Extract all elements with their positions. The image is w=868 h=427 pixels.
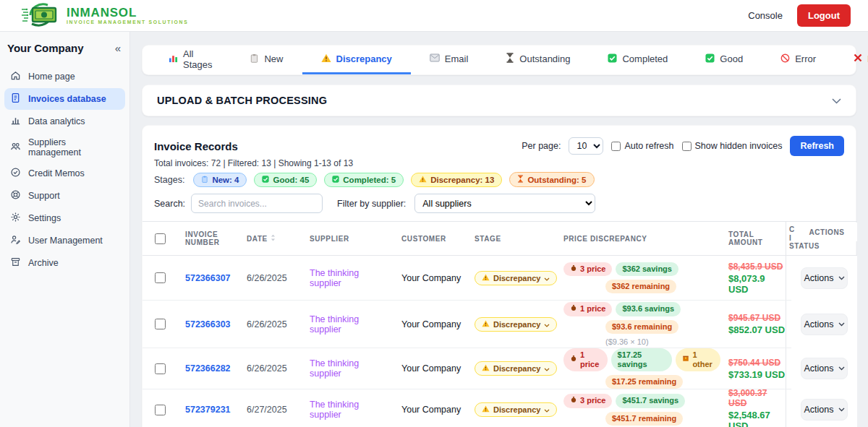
- filter-supplier-label: Filter by supplier:: [337, 199, 406, 209]
- sidebar-item-invoices-database[interactable]: Invoices database: [4, 88, 125, 110]
- support-icon: [10, 189, 21, 202]
- clipboard-icon: [201, 176, 208, 184]
- invoice-link[interactable]: 572366307: [185, 273, 231, 283]
- invoice-link[interactable]: 572379231: [185, 405, 231, 415]
- current-total: $733.19 USD: [728, 369, 785, 380]
- records-title: Invoice Records: [154, 140, 238, 152]
- row-checkbox[interactable]: [155, 405, 166, 415]
- logout-button[interactable]: Logout: [797, 4, 851, 27]
- tab-outstanding[interactable]: Outstanding: [487, 46, 589, 74]
- row-actions-button[interactable]: Actions: [801, 358, 848, 379]
- current-total: $2,548.67 USD: [728, 410, 786, 427]
- row-checkbox[interactable]: [155, 272, 166, 283]
- check-circle-icon: [10, 167, 21, 180]
- remaining-pill: $362 remaining: [605, 280, 676, 293]
- stage-dropdown-badge[interactable]: Discrepancy: [475, 317, 557, 332]
- warning-icon: [419, 176, 427, 184]
- table-header-row: INVOICENUMBER DATE SUPPLIER CUSTOMER STA…: [142, 221, 857, 256]
- collapse-sidebar-icon[interactable]: «: [115, 42, 121, 54]
- sidebar-item-archive[interactable]: Archive: [4, 252, 125, 274]
- supplier-filter-select[interactable]: All suppliers: [414, 194, 595, 213]
- tab-good[interactable]: Good: [686, 46, 762, 74]
- other-discrepancy-pill: 1 other: [676, 348, 720, 371]
- supplier-link[interactable]: The thinking supplier: [310, 268, 391, 288]
- current-total: $852.07 USD: [728, 324, 785, 335]
- sidebar-item-credit-memos[interactable]: Credit Memos: [4, 163, 125, 184]
- search-input[interactable]: [191, 194, 323, 213]
- stage-tabs: All Stages New Discrepancy Email Outstan…: [142, 45, 856, 75]
- col-price-discrepancy: PRICE DISCREPANCY: [558, 222, 720, 255]
- supplier-link[interactable]: The thinking supplier: [310, 314, 391, 335]
- stage-chip-good: Good: 45: [254, 173, 317, 187]
- sidebar-nav: Home page Invoices database Data analyti…: [0, 61, 129, 274]
- tab-error[interactable]: Error: [762, 46, 835, 74]
- table-row: 572366307 6/26/2025 The thinking supplie…: [142, 256, 857, 301]
- stage-dropdown-badge[interactable]: Discrepancy: [475, 361, 557, 376]
- tab-all-stages[interactable]: All Stages: [150, 46, 231, 74]
- x-icon: [854, 53, 862, 64]
- brand-name: INMANSOL: [67, 7, 188, 20]
- stage-dropdown-badge[interactable]: Discrepancy: [475, 402, 557, 417]
- remaining-pill: $17.25 remaining: [605, 375, 683, 389]
- supplier-link[interactable]: The thinking supplier: [310, 358, 391, 379]
- row-actions-button[interactable]: Actions: [801, 314, 848, 335]
- row-checkbox[interactable]: [155, 363, 166, 374]
- col-total-amount: TOTALAMOUNT: [720, 222, 786, 255]
- upload-batch-section[interactable]: UPLOAD & BATCH PROCESSING: [142, 85, 856, 116]
- supplier-link[interactable]: The thinking supplier: [310, 400, 391, 420]
- tab-new[interactable]: New: [231, 46, 302, 74]
- tab-completed[interactable]: Completed: [589, 46, 686, 74]
- tab-email[interactable]: Email: [411, 46, 488, 74]
- price-discrepancy-pill: 1 price: [563, 348, 608, 371]
- col-actions: ACTIONS: [796, 223, 857, 241]
- money-bag-icon: [570, 355, 577, 364]
- original-total: $8,435.9 USD: [728, 262, 786, 272]
- hourglass-icon: [506, 53, 514, 65]
- sidebar-item-user-management[interactable]: User Management: [4, 230, 125, 251]
- tab-discrepancy[interactable]: Discrepancy: [302, 46, 411, 74]
- refresh-button[interactable]: Refresh: [790, 136, 844, 156]
- savings-pill: $17.25 savings: [611, 348, 673, 371]
- chevron-down-icon: [544, 320, 550, 329]
- invoice-link[interactable]: 572366303: [185, 319, 231, 329]
- sidebar-item-support[interactable]: Support: [4, 185, 125, 207]
- console-link[interactable]: Console: [748, 10, 783, 21]
- table-row: 572366303 6/26/2025 The thinking supplie…: [142, 301, 857, 348]
- hourglass-icon: [517, 175, 524, 184]
- invoices-table: INVOICENUMBER DATE SUPPLIER CUSTOMER STA…: [142, 221, 857, 427]
- remaining-pill: $451.7 remaining: [605, 412, 683, 426]
- auto-refresh-checkbox[interactable]: Auto refresh: [611, 141, 673, 151]
- chevron-down-icon: [544, 274, 550, 282]
- per-page-select[interactable]: 10: [569, 137, 603, 155]
- col-stage: STAGE: [464, 222, 558, 255]
- show-hidden-checkbox[interactable]: Show hidden invoices: [682, 141, 783, 151]
- invoice-link[interactable]: 572366282: [185, 363, 231, 374]
- sidebar-item-home[interactable]: Home page: [4, 66, 125, 87]
- check-square-icon: [608, 53, 617, 65]
- stage-dropdown-badge[interactable]: Discrepancy: [475, 271, 557, 285]
- select-all-checkbox[interactable]: [155, 233, 166, 244]
- invoice-records-section: Invoice Records Per page: 10 Auto refres…: [142, 125, 856, 427]
- email-icon: [430, 53, 440, 64]
- records-summary: Total invoices: 72 | Filtered: 13 | Show…: [154, 158, 844, 168]
- brand: INMANSOL INVOICE MANAGEMENT SOLUTIONS: [20, 2, 188, 30]
- col-date[interactable]: DATE: [236, 222, 299, 255]
- sidebar-item-data-analytics[interactable]: Data analytics: [4, 111, 125, 132]
- stages-label: Stages:: [154, 175, 184, 185]
- row-checkbox[interactable]: [155, 319, 166, 329]
- stage-chip-outstanding: Outstanding: 5: [509, 172, 594, 187]
- warning-icon: [482, 364, 490, 373]
- price-discrepancy-pill: 1 price: [563, 302, 612, 316]
- row-actions-button[interactable]: Actions: [801, 267, 848, 289]
- tab-failed[interactable]: Failed: [835, 46, 868, 74]
- row-actions-button[interactable]: Actions: [801, 399, 848, 420]
- analytics-icon: [10, 115, 21, 128]
- original-total: $750.44 USD: [728, 358, 785, 368]
- warning-icon: [482, 405, 490, 414]
- current-total: $8,073.9 USD: [728, 273, 786, 295]
- home-icon: [10, 70, 21, 83]
- sidebar-item-suppliers-management[interactable]: Suppliers management: [4, 133, 125, 162]
- col-supplier: SUPPLIER: [299, 222, 391, 255]
- money-bag-icon: [570, 396, 577, 405]
- sidebar-item-settings[interactable]: Settings: [4, 207, 125, 229]
